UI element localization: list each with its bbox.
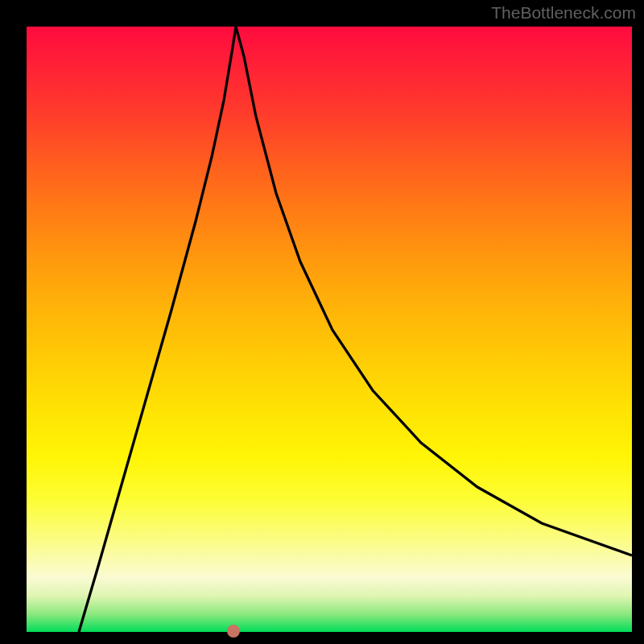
minimum-marker-dot [227,625,240,638]
chart-plot-area [27,27,632,632]
watermark-text: TheBottleneck.com [491,3,636,23]
bottleneck-curve [27,27,632,632]
